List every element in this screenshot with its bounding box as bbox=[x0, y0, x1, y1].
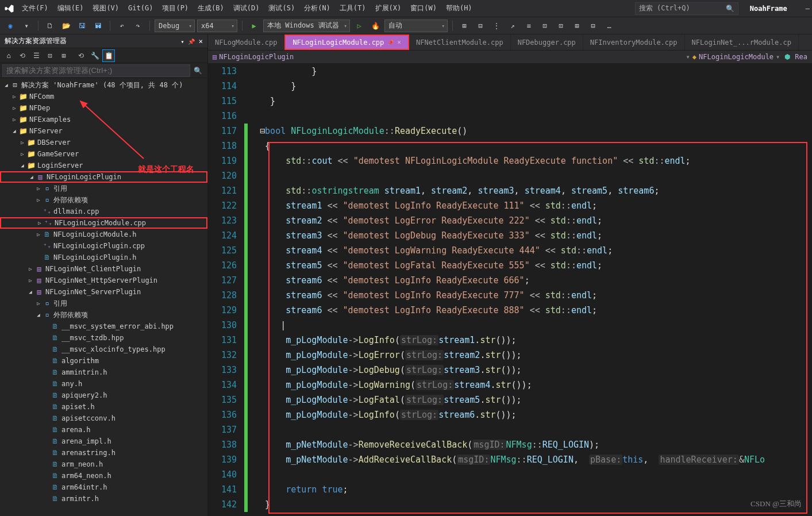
crumb-project[interactable]: ▤ NFLoginLogicPlugin bbox=[213, 53, 294, 61]
tree-item[interactable]: ◢▤NFLoginNet_ServerPlugin bbox=[0, 286, 207, 298]
tree-item[interactable]: ▷⁺₊NFLoginLogicModule.cpp bbox=[0, 217, 207, 229]
crumb-class[interactable]: ◆ NFLoginLogicModule bbox=[692, 53, 773, 61]
tool-icon-6[interactable]: ⟲ bbox=[75, 49, 87, 62]
tb-icon-8[interactable]: ⊞ bbox=[570, 20, 584, 32]
tree-item[interactable]: 🗎apiquery2.h bbox=[0, 390, 207, 401]
undo-icon[interactable]: ↶ bbox=[115, 20, 129, 32]
solution-search-input[interactable] bbox=[2, 64, 190, 77]
tree-item[interactable]: 🗎__msvc_tzdb.hpp bbox=[0, 332, 207, 344]
menu-item[interactable]: 生成(B) bbox=[193, 2, 229, 14]
tree-item[interactable]: ▷📁NFComm bbox=[0, 91, 207, 102]
tree-item[interactable]: ▷📁NFDep bbox=[0, 102, 207, 114]
editor-tab[interactable]: NFLogModule.cpp bbox=[208, 34, 284, 50]
window-minimize-icon[interactable]: — bbox=[806, 5, 810, 13]
tree-item[interactable]: 🗎armintr.h bbox=[0, 493, 207, 505]
search-icon[interactable]: 🔍 bbox=[190, 67, 205, 75]
close-icon[interactable]: × bbox=[199, 37, 203, 45]
tool-icon-selected[interactable]: 📋 bbox=[102, 49, 115, 62]
tree-item[interactable]: 🗎arm_neon.h bbox=[0, 459, 207, 470]
tb-icon-2[interactable]: ⊟ bbox=[474, 20, 487, 32]
code-body[interactable]: } } } ⊟bool NFLoginLogicModule::ReadyExe… bbox=[249, 64, 812, 516]
tb-icon-1[interactable]: ⊞ bbox=[457, 20, 471, 32]
menu-item[interactable]: 测试(S) bbox=[264, 2, 299, 14]
tree-item[interactable]: ◢📁NFServer bbox=[0, 125, 207, 137]
tree-item[interactable]: ⁺₊dllmain.cpp bbox=[0, 206, 207, 217]
tree-item[interactable]: ◢▤NFLoginLogicPlugin bbox=[0, 171, 207, 183]
menu-item[interactable]: 项目(P) bbox=[157, 2, 193, 14]
menu-item[interactable]: 编辑(E) bbox=[53, 2, 88, 14]
tree-item[interactable]: 🗎arena.h bbox=[0, 424, 207, 436]
editor-tab[interactable]: NFNetClientModule.cpp bbox=[409, 34, 511, 50]
tree-item[interactable]: 🗎arena_impl.h bbox=[0, 436, 207, 447]
tree-item[interactable]: ▷▫引用 bbox=[0, 183, 207, 194]
tool-icon-5[interactable]: ⊞ bbox=[57, 49, 70, 62]
menu-item[interactable]: Git(G) bbox=[124, 2, 157, 14]
solution-root[interactable]: ◢⊡ 解决方案 'NoahFrame' (48 个项目, 共 48 个) bbox=[0, 79, 207, 91]
editor-tab[interactable]: NFLoginLogicModule.cpp 📌 × bbox=[284, 34, 409, 50]
tree-item[interactable]: ▷▫外部依赖项 bbox=[0, 194, 207, 206]
tree-item[interactable]: 🗎arm64intr.h bbox=[0, 482, 207, 493]
tree-item[interactable]: 🗎apiset.h bbox=[0, 401, 207, 413]
hot-reload-icon[interactable]: 🔥 bbox=[368, 20, 382, 32]
tree-item[interactable]: ▷▤NFLoginNet_HttpServerPlugin bbox=[0, 275, 207, 286]
config-combo[interactable]: Debug bbox=[155, 20, 195, 32]
save-all-icon[interactable]: 🖬 bbox=[91, 20, 105, 32]
open-icon[interactable]: 📂 bbox=[59, 20, 73, 32]
tb-icon-10[interactable]: … bbox=[602, 20, 616, 32]
sync-icon[interactable]: ⟲ bbox=[16, 49, 29, 62]
tb-icon-4[interactable]: ↗ bbox=[506, 20, 519, 32]
tree-item[interactable]: 🗎NFLoginLogicPlugin.h bbox=[0, 252, 207, 263]
new-project-icon[interactable]: 🗋 bbox=[43, 20, 57, 32]
debug-target-combo[interactable]: 本地 Windows 调试器 bbox=[263, 20, 350, 32]
menu-item[interactable]: 扩展(X) bbox=[371, 2, 406, 14]
tb-icon-6[interactable]: ⊡ bbox=[538, 20, 552, 32]
menu-item[interactable]: 文件(F) bbox=[17, 2, 53, 14]
redo-icon[interactable]: ↷ bbox=[131, 20, 145, 32]
code-editor[interactable]: 1131141151161171181191201211221231241251… bbox=[208, 64, 812, 516]
solution-name-label[interactable]: NoahFrame bbox=[744, 2, 793, 15]
tree-item[interactable]: 🗎apisetcconv.h bbox=[0, 413, 207, 424]
tool-icon-3[interactable]: ☰ bbox=[30, 49, 43, 62]
tree-item[interactable]: 🗎any.h bbox=[0, 378, 207, 390]
tb-icon-7[interactable]: ⊡ bbox=[554, 20, 568, 32]
pin-icon[interactable]: ▾ 📌 bbox=[180, 38, 194, 45]
editor-tab[interactable]: NFLoginNet_...rModule.cp bbox=[685, 34, 799, 50]
tree-item[interactable]: ⁺₊NFLoginLogicPlugin.cpp bbox=[0, 240, 207, 252]
tree-item[interactable]: ▷📁GameServer bbox=[0, 148, 207, 160]
tb-icon-3[interactable]: ⋮ bbox=[490, 20, 503, 32]
tool-icon-4[interactable]: ⊡ bbox=[44, 49, 56, 62]
platform-combo[interactable]: x64 bbox=[197, 20, 237, 32]
tree-item[interactable]: 🗎algorithm bbox=[0, 355, 207, 367]
solution-tree[interactable]: ◢⊡ 解决方案 'NoahFrame' (48 个项目, 共 48 个) ▷📁N… bbox=[0, 78, 207, 516]
tree-item[interactable]: 🗎__msvc_xlocinfo_types.hpp bbox=[0, 344, 207, 355]
tree-item[interactable]: ▷▤NFLoginNet_ClientPlugin bbox=[0, 263, 207, 275]
menu-item[interactable]: 帮助(H) bbox=[441, 2, 477, 14]
tree-item[interactable]: ▷▫引用 bbox=[0, 298, 207, 309]
close-icon[interactable]: × bbox=[397, 38, 401, 46]
home-icon[interactable]: ⌂ bbox=[2, 49, 15, 62]
tree-item[interactable]: ▷🗎NFLoginLogicModule.h bbox=[0, 229, 207, 240]
tree-item[interactable]: ◢▫外部依赖项 bbox=[0, 309, 207, 321]
nav-back-icon[interactable]: ◉ bbox=[3, 20, 17, 32]
editor-tab[interactable]: NFInventoryModule.cpp bbox=[583, 34, 685, 50]
save-icon[interactable]: 🖫 bbox=[75, 20, 89, 32]
tree-item[interactable]: ▷📁DBServer bbox=[0, 137, 207, 148]
tree-item[interactable]: 🗎arm64_neon.h bbox=[0, 470, 207, 482]
chevron-down-icon[interactable]: ▾ bbox=[20, 20, 33, 32]
menu-item[interactable]: 分析(N) bbox=[299, 2, 335, 14]
menu-item[interactable]: 窗口(W) bbox=[406, 2, 441, 14]
wrench-icon[interactable]: 🔧 bbox=[88, 49, 101, 62]
tree-item[interactable]: ▷📁NFExamples bbox=[0, 114, 207, 125]
editor-tab[interactable]: NFDebugger.cpp bbox=[511, 34, 583, 50]
tb-icon-9[interactable]: ⊟ bbox=[586, 20, 600, 32]
menu-item[interactable]: 视图(V) bbox=[88, 2, 124, 14]
start-debug-icon[interactable]: ▶ bbox=[247, 20, 261, 32]
tree-item[interactable]: 🗎ammintrin.h bbox=[0, 367, 207, 378]
menu-search-box[interactable]: 搜索 (Ctrl+Q) 🔍 bbox=[635, 2, 738, 15]
menu-item[interactable]: 调试(D) bbox=[229, 2, 264, 14]
tree-item[interactable]: ◢📁LoginServer bbox=[0, 160, 207, 171]
menu-item[interactable]: 工具(T) bbox=[335, 2, 371, 14]
tree-item[interactable]: 🗎arenastring.h bbox=[0, 447, 207, 459]
tree-item[interactable]: 🗎__msvc_system_error_abi.hpp bbox=[0, 321, 207, 332]
auto-combo[interactable]: 自动 bbox=[384, 20, 448, 32]
